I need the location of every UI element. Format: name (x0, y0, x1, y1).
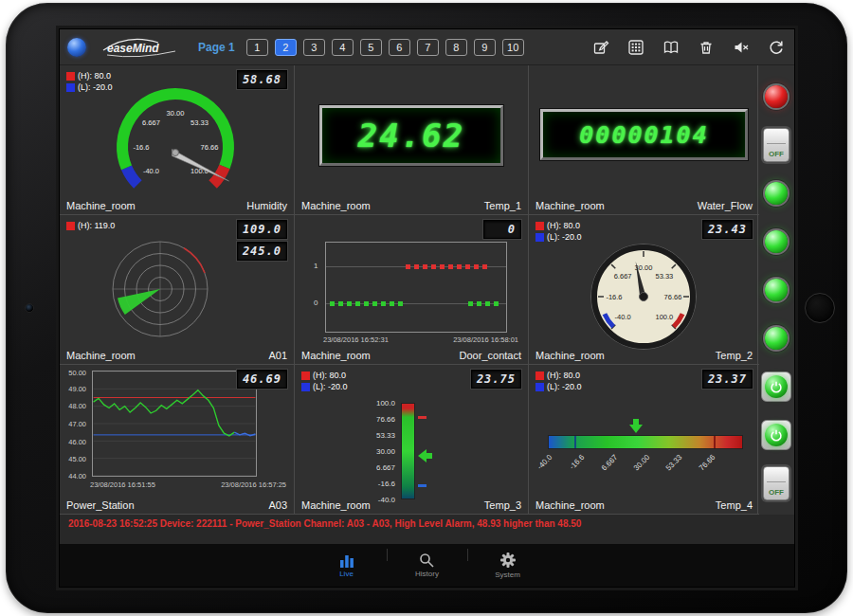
y-tick-label: 48.00 (68, 402, 86, 410)
page-button[interactable]: 6 (389, 39, 410, 56)
page-button[interactable]: 4 (332, 39, 354, 56)
front-camera (25, 303, 34, 313)
status-orb-button[interactable] (67, 38, 86, 57)
panel-humidity: (H): 80.0 (L): -20.0 58.68 -40.0 -16.6 6… (60, 65, 295, 215)
gauge-tick-label: -40.0 (143, 167, 159, 175)
high-swatch (535, 222, 544, 230)
page-button[interactable]: 5 (360, 39, 382, 56)
scale-tick-label: 30.00 (626, 453, 652, 480)
y-tick-label: 0 (314, 299, 318, 307)
value-display: 245.0 (237, 242, 287, 261)
high-limit-tick (714, 436, 716, 448)
page-label: Page 1 (198, 41, 235, 54)
location-label: Machine_room (535, 499, 605, 511)
location-label: Machine_room (66, 350, 136, 361)
page-button[interactable]: 9 (474, 39, 496, 56)
high-label: (H): 80.0 (78, 70, 111, 82)
gauge-tick-label: 76.66 (664, 293, 682, 301)
home-button[interactable] (805, 293, 835, 323)
low-label: (L): -20.0 (547, 231, 582, 243)
y-tick-label: 47.00 (68, 420, 86, 428)
power-button[interactable] (765, 375, 788, 398)
gauge-tick-label: 6.667 (142, 118, 160, 127)
a01-radar (75, 236, 245, 342)
low-swatch (535, 383, 544, 391)
power-icon (770, 428, 783, 442)
refresh-icon[interactable] (768, 39, 785, 56)
control-sidebar: OFF OFF (757, 65, 794, 515)
trash-icon[interactable] (698, 39, 715, 56)
y-tick-label: 46.00 (68, 438, 86, 446)
switch-label: OFF (769, 488, 784, 497)
alarm-legend: (H): 80.0 (L): -20.0 (535, 370, 582, 392)
scale-tick-label: 6.667 (593, 453, 620, 480)
location-label: Machine_room (535, 200, 605, 211)
page-button[interactable]: 3 (303, 39, 325, 56)
book-icon[interactable] (662, 39, 680, 56)
brand-text: easeMind (107, 42, 159, 55)
y-tick-label: 44.00 (68, 472, 86, 480)
compose-icon[interactable] (592, 39, 609, 56)
page-button[interactable]: 2 (275, 39, 297, 56)
alarm-led-red[interactable] (765, 85, 788, 108)
toolbar: easeMind Page 1 1 2 3 4 5 6 7 8 9 10 (60, 29, 794, 65)
page-button[interactable]: 7 (417, 39, 439, 56)
panel-a01: (H): 119.0 109.0 245.0 Machi (60, 215, 295, 365)
panel-caption: Machine_room Door_contact (301, 350, 521, 361)
nav-item[interactable]: History (388, 553, 467, 578)
humidity-gauge: -40.0 -16.6 6.667 30.00 53.33 76.66 100.… (67, 86, 283, 194)
panel-door-contact: 0 1 0 23/08/2016 16:52:31 23/08/2016 16:… (295, 215, 529, 365)
nav-label: System (495, 571, 520, 579)
low-label: (L): -20.0 (547, 381, 582, 392)
high-label: (H): 80.0 (547, 370, 580, 381)
channel-label: Temp_4 (716, 499, 753, 511)
value-display: 58.68 (237, 70, 287, 89)
status-led-green[interactable] (765, 230, 788, 253)
low-label: (L): -20.0 (78, 82, 113, 93)
channel-label: A01 (268, 350, 287, 361)
dashboard-grid: (H): 80.0 (L): -20.0 58.68 -40.0 -16.6 6… (60, 65, 759, 515)
channel-label: Water_Flow (698, 200, 753, 211)
gauge-tick-label: -16.6 (133, 143, 149, 152)
toggle-switch[interactable]: OFF (763, 466, 789, 500)
toggle-switch[interactable]: OFF (763, 128, 789, 162)
power-button[interactable] (765, 424, 788, 446)
y-tick-label: 1 (314, 262, 318, 270)
location-label: Machine_room (535, 350, 605, 361)
scale-tick-label: 53.33 (658, 453, 684, 480)
value-pointer (629, 419, 643, 434)
high-swatch (301, 371, 310, 380)
system-gear-icon (499, 552, 517, 569)
panel-a03: 46.69 50.00 49.00 48.00 47.00 46.00 45.0… (60, 365, 295, 515)
location-label: Machine_room (66, 200, 136, 211)
low-limit-tick (574, 436, 576, 448)
value-display: 23.75 (471, 370, 521, 389)
gauge-tick-label: 6.667 (614, 272, 632, 281)
location-label: Machine_room (301, 350, 371, 361)
panel-temp1: 24.62 Machine_room Temp_1 (295, 65, 529, 215)
page-button[interactable]: 8 (445, 39, 467, 56)
power-button-plate (761, 420, 791, 450)
mute-speaker-icon[interactable] (733, 39, 750, 56)
low-swatch (301, 383, 310, 391)
keypad-icon[interactable] (627, 39, 644, 56)
page-button[interactable]: 10 (502, 39, 524, 56)
x-tick-label: 23/08/2016 16:51:55 (90, 480, 155, 489)
switch-ridge (767, 481, 786, 482)
status-segment (330, 301, 404, 306)
alarm-legend: (H): 119.0 (66, 220, 115, 231)
status-led-green[interactable] (765, 327, 788, 350)
channel-label: Temp_1 (484, 200, 521, 211)
lcd-display: 24.62 (319, 105, 503, 166)
y-tick-label: 49.00 (68, 385, 86, 393)
history-search-icon (419, 553, 435, 568)
status-led-green[interactable] (765, 182, 788, 205)
gauge-tick-label: -40.0 (615, 313, 631, 321)
low-limit-tick (418, 484, 426, 487)
status-led-green[interactable] (765, 279, 788, 301)
radar-alarm-arc (184, 248, 205, 273)
high-label: (H): 80.0 (313, 370, 346, 381)
page-button[interactable]: 1 (246, 39, 268, 56)
nav-item[interactable]: Live (307, 553, 387, 578)
nav-item[interactable]: System (468, 552, 548, 579)
